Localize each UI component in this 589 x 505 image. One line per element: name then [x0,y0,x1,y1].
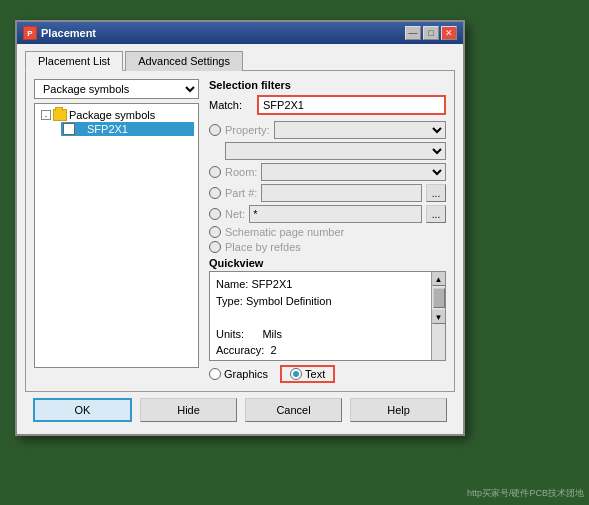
radio-property[interactable] [209,124,221,136]
graphics-text-row: Graphics Text [209,365,446,383]
tree-toggle[interactable]: - [41,110,51,120]
radio-room[interactable] [209,166,221,178]
cancel-button[interactable]: Cancel [245,398,342,422]
dialog-title: Placement [41,27,96,39]
title-bar: P Placement — □ ✕ [17,22,463,44]
left-panel: Package symbols - Package symbols [34,79,199,383]
graphics-radio[interactable] [209,368,221,380]
match-label: Match: [209,99,251,111]
right-panel: Selection filters Match: Property: [209,79,446,383]
radio-schematic-row: Schematic page number [209,226,446,238]
quickview-scrollbar: ▲ ▼ [431,272,445,360]
help-button[interactable]: Help [350,398,447,422]
title-icon: P [23,26,37,40]
radio-refdes[interactable] [209,241,221,253]
tab-advanced-settings[interactable]: Advanced Settings [125,51,243,71]
radio-property-row: Property: [209,121,446,139]
ok-button[interactable]: OK [33,398,132,422]
dialog-buttons: OK Hide Cancel Help [25,392,455,426]
placement-dialog: P Placement — □ ✕ Placement List Advance… [15,20,465,436]
room-dropdown [261,163,446,181]
watermark: http买家号/硬件PCB技术团地 [467,487,584,500]
text-label: Text [305,368,325,380]
section-label: Selection filters [209,79,446,91]
tab-panel: Package symbols - Package symbols [25,70,455,392]
match-row: Match: [209,95,446,115]
triangle-icon [77,124,85,134]
radio-schematic-label: Schematic page number [225,226,344,238]
radio-refdes-row: Place by refdes [209,241,446,253]
tree-root-label: Package symbols [69,109,155,121]
text-option: Text [280,365,335,383]
radio-room-label: Room: [225,166,257,178]
radio-schematic[interactable] [209,226,221,238]
close-button[interactable]: ✕ [441,26,457,40]
package-symbols-dropdown[interactable]: Package symbols [34,79,199,99]
quickview-box: Name: SFP2X1 Type: Symbol Definition Uni… [209,271,446,361]
radio-property-label: Property: [225,124,270,136]
graphics-option: Graphics [209,368,268,380]
radio-room-row: Room: [209,163,446,181]
folder-icon [53,109,67,121]
part-browse-button[interactable]: ... [426,184,446,202]
quickview-label: Quickview [209,257,446,269]
match-input[interactable] [257,95,446,115]
minimize-button[interactable]: — [405,26,421,40]
tab-bar: Placement List Advanced Settings [25,50,455,70]
hide-button[interactable]: Hide [140,398,237,422]
tab-placement-list[interactable]: Placement List [25,51,123,71]
property-sub-dropdown [225,142,446,160]
radio-refdes-label: Place by refdes [225,241,301,253]
scroll-up-button[interactable]: ▲ [432,272,446,286]
radio-net-label: Net: [225,208,245,220]
tree-child-label: SFP2X1 [87,123,128,135]
tree-area: - Package symbols ✓ SFP2X1 [34,103,199,368]
tree-root-item[interactable]: - Package symbols [39,108,194,122]
text-radio[interactable] [290,368,302,380]
scroll-down-button[interactable]: ▼ [432,310,446,324]
tree-child-item[interactable]: ✓ SFP2X1 [61,122,194,136]
title-buttons: — □ ✕ [405,26,457,40]
dialog-content: Placement List Advanced Settings Package… [17,44,463,434]
radio-part[interactable] [209,187,221,199]
part-input [261,184,422,202]
quickview-text: Name: SFP2X1 Type: Symbol Definition Uni… [210,272,431,360]
radio-net[interactable] [209,208,221,220]
property-dropdown [274,121,446,139]
graphics-label: Graphics [224,368,268,380]
radio-part-row: Part #: ... [209,184,446,202]
radio-part-label: Part #: [225,187,257,199]
tree-checkbox[interactable]: ✓ [63,123,75,135]
net-input [249,205,422,223]
maximize-button[interactable]: □ [423,26,439,40]
net-browse-button[interactable]: ... [426,205,446,223]
radio-net-row: Net: ... [209,205,446,223]
scroll-thumb[interactable] [433,288,445,308]
radio-group: Property: Room: [209,121,446,253]
